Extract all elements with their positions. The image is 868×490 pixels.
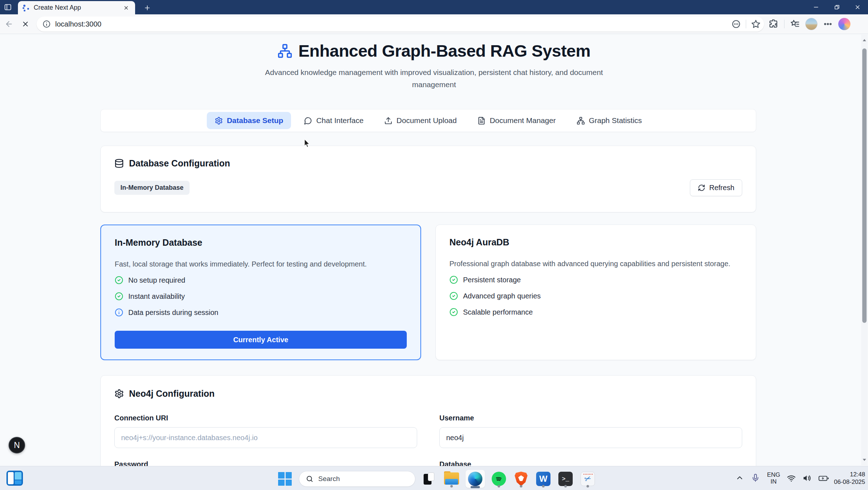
gear-icon xyxy=(215,117,223,125)
url-text[interactable]: localhost:3000 xyxy=(55,20,731,28)
favorite-star-icon[interactable] xyxy=(751,19,760,29)
microphone-icon[interactable] xyxy=(751,473,760,483)
scroll-up-icon[interactable] xyxy=(862,38,867,43)
tab-close-icon[interactable] xyxy=(121,3,131,13)
check-circle-icon xyxy=(449,308,458,316)
browser-toolbar: localhost:3000 xyxy=(0,14,868,34)
wifi-icon[interactable] xyxy=(787,473,796,483)
currently-active-button[interactable]: Currently Active xyxy=(115,331,407,349)
username-field: Username xyxy=(439,414,742,448)
copilot-icon[interactable] xyxy=(838,18,850,30)
connection-uri-input[interactable] xyxy=(114,427,417,448)
browser-tab[interactable]: Create Next App xyxy=(18,1,135,14)
folder-icon xyxy=(444,472,459,485)
task-view-icon xyxy=(423,472,436,485)
tab-database-setup[interactable]: Database Setup xyxy=(207,112,291,129)
taskbar-search[interactable]: Search xyxy=(299,471,415,487)
restore-button[interactable] xyxy=(826,0,847,14)
username-input[interactable] xyxy=(439,427,742,448)
connection-uri-field: Connection URI xyxy=(114,414,417,448)
word-icon: W xyxy=(536,472,550,486)
language-indicator[interactable]: ENG IN xyxy=(767,471,780,485)
tab-label: Chat Interface xyxy=(316,116,363,125)
section-heading: Neo4j Configuration xyxy=(129,388,215,399)
windows-logo-icon xyxy=(278,472,292,486)
favorites-hub-icon[interactable] xyxy=(790,19,800,29)
tab-label: Document Upload xyxy=(396,116,457,125)
gear-icon xyxy=(114,389,124,399)
terminal-button[interactable]: >_ xyxy=(557,471,574,487)
battery-icon[interactable] xyxy=(818,473,828,483)
terminal-icon: >_ xyxy=(558,472,573,486)
feature-item: No setup required xyxy=(115,276,407,284)
tab-label: Database Setup xyxy=(227,116,283,125)
settings-menu-icon[interactable] xyxy=(823,19,833,29)
refresh-icon xyxy=(698,184,705,192)
neo4j-auradb-card[interactable]: Neo4j AuraDB Professional graph database… xyxy=(435,225,756,360)
refresh-button[interactable]: Refresh xyxy=(690,179,742,196)
tab-document-upload[interactable]: Document Upload xyxy=(376,112,464,129)
scrollbar-thumb[interactable] xyxy=(862,48,867,323)
check-circle-icon xyxy=(449,292,458,300)
new-tab-button[interactable] xyxy=(142,3,153,13)
feature-item: Data persists during session xyxy=(115,308,407,317)
taskbar: Search W >_ xyxy=(0,466,868,490)
section-heading: Database Configuration xyxy=(129,158,230,169)
sitemap-icon xyxy=(277,43,292,58)
volume-icon[interactable] xyxy=(802,473,812,483)
database-configuration-card: Database Configuration In-Memory Databas… xyxy=(100,146,756,212)
profile-avatar[interactable] xyxy=(805,18,817,30)
back-icon[interactable] xyxy=(3,18,15,30)
check-circle-icon xyxy=(115,292,123,301)
card-description: Professional graph database with advance… xyxy=(449,260,742,268)
brave-icon xyxy=(514,471,528,486)
clock[interactable]: 12:48 06-08-2025 xyxy=(834,471,865,486)
word-button[interactable]: W xyxy=(535,471,552,487)
file-icon xyxy=(477,117,486,125)
tab-document-manager[interactable]: Document Manager xyxy=(469,112,563,129)
feature-item: Persistent storage xyxy=(449,275,742,284)
page-scrollbar[interactable] xyxy=(861,35,868,465)
brave-button[interactable] xyxy=(513,471,529,487)
upload-icon xyxy=(384,117,392,125)
scroll-down-icon[interactable] xyxy=(862,457,867,462)
spotify-icon xyxy=(492,472,506,486)
page-title: Enhanced Graph-Based RAG System xyxy=(298,41,590,61)
active-db-badge: In-Memory Database xyxy=(114,181,190,195)
nextjs-dev-badge[interactable]: N xyxy=(9,437,25,453)
browser-titlebar: Create Next App xyxy=(0,0,868,14)
widgets-icon[interactable] xyxy=(6,471,23,486)
site-info-icon[interactable] xyxy=(42,20,51,28)
password-field: Password xyxy=(114,460,417,466)
task-view-button[interactable] xyxy=(421,471,438,487)
tab-actions-icon[interactable] xyxy=(3,3,13,12)
tab-title: Create Next App xyxy=(34,4,118,11)
extensions-icon[interactable] xyxy=(769,19,778,29)
page-subtitle: Advanced knowledge management with impro… xyxy=(262,66,606,91)
file-explorer-button[interactable] xyxy=(443,471,460,487)
minimize-button[interactable] xyxy=(806,0,826,14)
spotify-button[interactable] xyxy=(491,471,507,487)
tab-favicon xyxy=(22,4,30,12)
mouse-cursor xyxy=(303,139,311,148)
address-bar[interactable]: localhost:3000 xyxy=(37,17,764,32)
in-memory-database-card[interactable]: In-Memory Database Fast, local storage t… xyxy=(100,225,421,360)
tab-label: Graph Statistics xyxy=(589,116,642,125)
check-circle-icon xyxy=(115,276,123,284)
database-icon xyxy=(114,159,124,168)
tab-chat-interface[interactable]: Chat Interface xyxy=(296,112,371,129)
search-placeholder: Search xyxy=(318,475,340,483)
close-button[interactable] xyxy=(847,0,868,14)
snipping-tool-button[interactable]: ✂ xyxy=(580,471,596,487)
tab-graph-statistics[interactable]: Graph Statistics xyxy=(569,112,650,129)
start-button[interactable] xyxy=(277,471,293,487)
tray-date: 06-08-2025 xyxy=(834,478,865,486)
search-icon xyxy=(306,475,314,483)
edge-browser-button[interactable] xyxy=(466,470,485,488)
permissions-icon[interactable] xyxy=(731,19,741,29)
tray-chevron-up-icon[interactable] xyxy=(735,473,745,483)
feature-item: Advanced graph queries xyxy=(449,292,742,300)
stop-loading-icon[interactable] xyxy=(19,18,32,30)
neo4j-configuration-card: Neo4j Configuration Connection URI Usern… xyxy=(100,375,756,466)
database-field: Database xyxy=(439,460,742,466)
